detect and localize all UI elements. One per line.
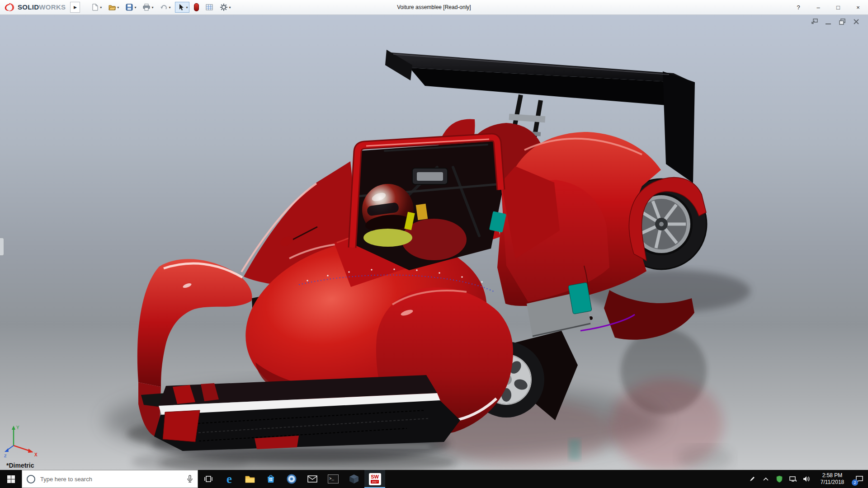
select-tool-button[interactable]: ▾ [175,2,189,13]
solidworks-2017-icon: SW 2017 [369,473,381,485]
shield-icon [776,475,783,483]
maximize-button[interactable]: □ [828,0,848,14]
search-input[interactable] [39,475,183,483]
taskbar-item-command-prompt[interactable]: >_ [323,470,344,488]
taskbar-item-edge[interactable]: e [219,470,240,488]
mail-icon [307,475,317,483]
help-button[interactable]: ? [788,0,808,14]
graphics-area[interactable]: Y X Z *Dimetric [0,14,868,470]
options-button[interactable]: ▾ [218,2,232,13]
feature-panel-collapsed-tab[interactable] [0,238,4,256]
design-table-button[interactable] [203,2,215,13]
tray-security-item[interactable] [773,470,786,488]
doc-close-icon[interactable] [852,18,861,25]
axis-y-label: Y [16,425,19,430]
taskbar-item-file-explorer[interactable] [240,470,260,488]
dropdown-caret[interactable]: ▾ [186,5,188,9]
microphone-icon[interactable] [187,475,193,483]
titlebar: SOLIDWORKS ▶ ▾ ▾ ▾ [0,0,868,15]
design-table-icon [205,3,213,11]
ds-swirl-icon [4,3,15,12]
taskbar-item-cube-app[interactable] [344,470,364,488]
tray-pen-item[interactable] [746,470,759,488]
action-center-button[interactable]: 2 [852,470,867,488]
taskbar-item-browser[interactable] [281,470,302,488]
intake-box[interactable] [412,168,448,184]
search-icon [27,475,35,483]
print-icon [142,3,151,11]
network-icon [789,476,797,482]
rebuild-status-icon [194,3,199,11]
taskbar-item-mail[interactable] [302,470,323,488]
dropdown-caret[interactable]: ▾ [117,5,119,9]
volume-icon [803,476,810,482]
task-view-icon [204,475,213,483]
browser-circle-icon [287,474,297,484]
undo-button[interactable]: ▾ [158,2,172,13]
solidworks-window: SOLIDWORKS ▶ ▾ ▾ ▾ [0,0,868,488]
tray-volume-item[interactable] [800,470,813,488]
command-prompt-icon: >_ [328,474,339,483]
dropdown-caret[interactable]: ▾ [169,5,170,9]
taskbar-item-store[interactable] [260,470,281,488]
taskbar-item-solidworks[interactable]: SW 2017 [364,470,385,488]
windows-taskbar: e [0,470,868,488]
doc-restore-icon[interactable] [838,18,847,25]
view-orientation-label: *Dimetric [6,462,34,469]
window-controls: ? – □ × [788,0,868,14]
open-button[interactable]: ▾ [106,2,121,13]
quick-toolbar: ▾ ▾ ▾ ▾ [89,2,232,13]
save-floppy-icon [125,3,133,11]
file-explorer-icon [245,474,255,483]
chevron-up-icon [763,477,769,481]
select-arrow-icon [177,3,185,11]
doc-restore-down-icon[interactable] [810,18,819,25]
start-button[interactable] [0,470,22,488]
axis-z-label: Z [4,454,7,458]
notification-badge: 2 [852,479,858,486]
store-icon [266,474,276,484]
tray-overflow-button[interactable] [760,470,772,488]
document-window-controls [810,18,861,25]
rebuild-status-button[interactable] [192,2,201,13]
close-button[interactable]: × [848,0,868,14]
cube-app-icon [349,474,359,484]
minimize-button[interactable]: – [808,0,828,14]
menu-expand-button[interactable]: ▶ [70,2,80,13]
new-document-button[interactable]: ▾ [89,2,104,13]
axis-x-label: X [34,452,38,457]
undo-icon [160,3,168,11]
solidworks-logo: SOLIDWORKS [4,3,66,12]
edge-icon: e [226,473,232,485]
tray-time: 2:58 PM [814,472,851,479]
new-document-icon [91,3,99,11]
clock[interactable]: 2:58 PM 7/11/2018 [814,472,851,486]
orientation-triad: Y X Z [4,421,42,459]
windows-logo-icon [7,475,15,483]
tray-date: 7/11/2018 [814,479,851,486]
brand-works-text: WORKS [39,3,66,11]
system-tray: 2:58 PM 7/11/2018 2 [746,470,868,488]
gear-icon [220,3,228,11]
dropdown-caret[interactable]: ▾ [134,5,136,9]
dropdown-caret[interactable]: ▾ [151,5,153,9]
dropdown-caret[interactable]: ▾ [100,5,102,9]
doc-minimize-icon[interactable] [824,18,833,25]
3d-scene[interactable] [0,14,868,470]
taskbar-search[interactable] [22,470,198,488]
front-canard[interactable] [163,410,200,442]
pen-icon [749,476,755,482]
brand-solid-text: SOLID [18,3,39,11]
tray-network-item[interactable] [787,470,799,488]
save-button[interactable]: ▾ [123,2,138,13]
driver-collar [363,229,412,247]
car-3d-model[interactable] [137,50,707,451]
window-title: Voiture assemblee [Read-only] [397,4,471,10]
front-splitter[interactable] [154,375,460,451]
dropdown-caret[interactable]: ▾ [229,5,231,9]
print-button[interactable]: ▾ [141,2,155,13]
open-folder-icon [108,3,116,11]
task-view-button[interactable] [198,470,219,488]
